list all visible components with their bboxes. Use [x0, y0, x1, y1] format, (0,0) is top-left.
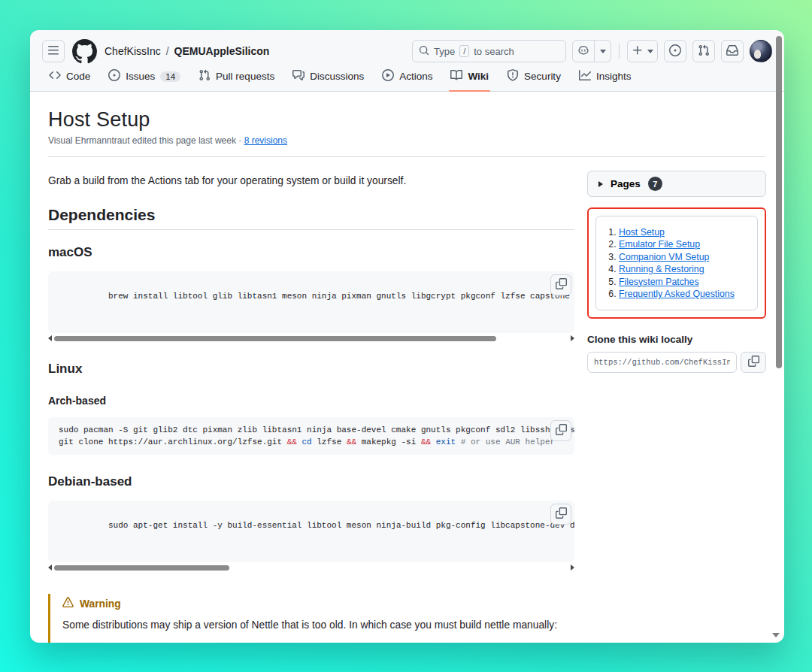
scrollbar-track[interactable]	[54, 336, 568, 341]
clone-wiki-heading: Clone this wiki locally	[587, 334, 766, 345]
tab-label: Wiki	[468, 71, 489, 82]
byline-separator: ·	[238, 135, 241, 146]
page-link-faq[interactable]: Frequently Asked Questions	[619, 289, 735, 299]
copilot-button[interactable]	[572, 40, 595, 62]
macos-code-text: brew install libtool glib libtasn1 meson…	[108, 292, 574, 301]
wiki-body: Grab a build from the Actions tab for yo…	[48, 171, 574, 643]
wiki-sidebar: Pages 7 Host Setup Emulator File Setup C…	[587, 171, 766, 373]
active-tab-indicator	[449, 90, 490, 92]
create-new-button[interactable]	[627, 40, 658, 62]
your-pull-requests-button[interactable]	[692, 40, 715, 62]
tab-wiki[interactable]: Wiki	[444, 69, 495, 91]
tab-pull-requests[interactable]: Pull requests	[192, 69, 281, 91]
copy-icon	[556, 507, 567, 521]
page-link-filesystem-patches[interactable]: Filesystem Patches	[619, 277, 699, 287]
issue-opened-icon	[108, 69, 120, 83]
breadcrumb-owner[interactable]: ChefKissInc	[105, 45, 161, 57]
tab-label: Pull requests	[216, 71, 274, 82]
github-header: ChefKissInc / QEMUAppleSilicon Type / to…	[30, 30, 784, 92]
scroll-down-arrow-icon[interactable]	[772, 633, 780, 637]
breadcrumb: ChefKissInc / QEMUAppleSilicon	[105, 45, 269, 57]
clone-copy-button[interactable]	[741, 352, 766, 373]
list-item: Frequently Asked Questions	[619, 288, 751, 300]
issue-opened-icon	[669, 44, 681, 59]
scroll-left-arrow-icon[interactable]	[48, 335, 52, 341]
hamburger-menu-button[interactable]	[42, 40, 65, 62]
repo-nav-tabs: Code Issues 14 Pull requests Discussions…	[42, 69, 772, 91]
copy-code-button[interactable]	[550, 420, 571, 441]
pages-label: Pages	[611, 178, 641, 189]
tab-issues[interactable]: Issues 14	[102, 69, 187, 91]
page-link-companion-vm-setup[interactable]: Companion VM Setup	[619, 252, 709, 262]
slash-key-hint: /	[459, 45, 469, 57]
debian-code-text: sudo apt-get install -y build-essential …	[108, 521, 574, 530]
tab-insights[interactable]: Insights	[572, 69, 638, 91]
scroll-left-arrow-icon[interactable]	[48, 565, 52, 571]
page-link-host-setup[interactable]: Host Setup	[619, 227, 665, 238]
tab-label: Discussions	[310, 71, 364, 82]
pages-panel-toggle[interactable]: Pages 7	[587, 171, 766, 197]
byline-text: Visual Ehrmanntraut edited this page las…	[48, 135, 236, 146]
shield-icon	[507, 69, 519, 83]
search-input[interactable]: Type / to search	[412, 40, 566, 62]
plus-icon	[632, 44, 644, 59]
scrollbar-thumb[interactable]	[54, 336, 496, 341]
debian-code-block: sudo apt-get install -y build-essential …	[48, 501, 574, 562]
clone-url-input[interactable]	[587, 352, 737, 373]
copilot-dropdown-button[interactable]	[595, 40, 611, 62]
chevron-down-icon	[647, 50, 653, 53]
arch-code-block: sudo pacman -S git glib2 dtc pixman zlib…	[48, 417, 574, 455]
revisions-link[interactable]: 8 revisions	[244, 135, 287, 146]
title-divider	[48, 156, 766, 157]
arch-code-line1: sudo pacman -S git glib2 dtc pixman zlib…	[59, 425, 574, 434]
arch-code-line2: git clone https://aur.archlinux.org/lzfs…	[59, 437, 555, 446]
github-logo-icon[interactable]	[72, 39, 97, 64]
page-link-emulator-file-setup[interactable]: Emulator File Setup	[619, 239, 700, 250]
copy-icon	[556, 278, 567, 292]
search-placeholder-prefix: Type	[434, 46, 455, 57]
list-item: Filesystem Patches	[619, 276, 751, 288]
scroll-right-arrow-icon[interactable]	[571, 335, 574, 341]
horizontal-scrollbar[interactable]	[48, 334, 574, 342]
tab-label: Issues	[126, 71, 155, 82]
wiki-book-icon	[450, 69, 462, 83]
heading-linux: Linux	[48, 362, 574, 377]
copy-code-button[interactable]	[550, 504, 571, 525]
scroll-right-arrow-icon[interactable]	[571, 565, 574, 571]
your-issues-button[interactable]	[664, 40, 686, 62]
horizontal-scrollbar[interactable]	[48, 564, 574, 571]
insights-graph-icon	[579, 69, 591, 83]
inbox-button[interactable]	[721, 40, 744, 62]
search-placeholder-suffix: to search	[474, 46, 514, 57]
warning-label: Warning	[80, 598, 121, 610]
header-divider	[619, 44, 620, 59]
tab-security[interactable]: Security	[500, 69, 568, 91]
tab-discussions[interactable]: Discussions	[286, 69, 371, 91]
actions-play-icon	[382, 69, 394, 83]
list-item: Host Setup	[619, 226, 751, 238]
page-link-running-restoring[interactable]: Running & Restoring	[619, 264, 704, 274]
warning-alert: Warning Some distributions may ship a ve…	[48, 594, 574, 643]
breadcrumb-separator: /	[166, 45, 169, 57]
copy-icon	[556, 424, 567, 437]
tab-code[interactable]: Code	[42, 69, 97, 91]
heading-macos: macOS	[48, 245, 574, 260]
pages-count-badge: 7	[648, 177, 662, 191]
warning-icon	[62, 597, 74, 610]
copilot-icon	[577, 44, 589, 59]
red-annotation-highlight: Host Setup Emulator File Setup Companion…	[587, 207, 766, 319]
copy-code-button[interactable]	[550, 274, 571, 295]
issues-count-badge: 14	[160, 71, 180, 82]
hamburger-icon	[47, 44, 59, 59]
tab-label: Actions	[399, 71, 432, 82]
heading-debian-based: Debian-based	[48, 474, 574, 489]
vertical-scrollbar-thumb[interactable]	[776, 36, 782, 368]
scrollbar-thumb[interactable]	[54, 565, 229, 571]
pages-list-box: Host Setup Emulator File Setup Companion…	[595, 216, 758, 310]
copy-icon	[748, 356, 759, 369]
scrollbar-track[interactable]	[54, 565, 568, 571]
heading-dependencies: Dependencies	[48, 206, 574, 230]
tab-actions[interactable]: Actions	[375, 69, 439, 91]
breadcrumb-repo[interactable]: QEMUAppleSilicon	[174, 45, 270, 57]
avatar[interactable]	[750, 40, 772, 62]
